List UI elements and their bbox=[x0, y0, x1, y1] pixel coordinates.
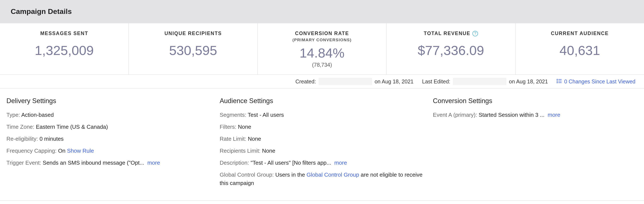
settings-section: Delivery Settings Type: Action-based Tim… bbox=[0, 88, 644, 201]
section-title: Delivery Settings bbox=[6, 97, 211, 105]
meta-created-label: Created: bbox=[296, 78, 316, 85]
stat-value: 530,595 bbox=[133, 43, 253, 58]
stat-unique-recipients: UNIQUE RECIPIENTS 530,595 bbox=[129, 23, 258, 74]
stat-label: TOTAL REVENUE bbox=[424, 30, 470, 36]
campaign-monitoring: Campaign Monitoring Be the first to know… bbox=[0, 201, 644, 204]
setting-segments: Segments: Test - All users bbox=[220, 111, 424, 119]
stat-current-audience: CURRENT AUDIENCE 40,631 bbox=[516, 23, 644, 74]
setting-rate-limit: Rate Limit: None bbox=[220, 135, 424, 143]
svg-point-0 bbox=[557, 79, 558, 80]
stat-sublabel: (PRIMARY CONVERSIONS) bbox=[262, 38, 382, 42]
more-link[interactable]: more bbox=[148, 160, 160, 166]
meta-created-value: on Aug 18, 2021 bbox=[375, 78, 414, 85]
global-control-group-link[interactable]: Global Control Group bbox=[306, 172, 359, 178]
stat-label: UNIQUE RECIPIENTS bbox=[133, 30, 253, 36]
section-title: Conversion Settings bbox=[433, 97, 638, 105]
redacted-value bbox=[453, 78, 506, 85]
stat-label: CURRENT AUDIENCE bbox=[520, 30, 640, 36]
stat-conversion-rate: CONVERSION RATE (PRIMARY CONVERSIONS) 14… bbox=[258, 23, 386, 74]
audience-settings: Audience Settings Segments: Test - All u… bbox=[220, 97, 424, 191]
help-icon[interactable]: ? bbox=[472, 31, 478, 36]
stat-total-revenue: TOTAL REVENUE ? $77,336.09 bbox=[386, 23, 516, 74]
stat-value: 40,631 bbox=[520, 43, 640, 58]
list-icon bbox=[556, 78, 562, 85]
setting-trigger-event: Trigger Event: Sends an SMS inbound mess… bbox=[6, 159, 211, 167]
conversion-settings: Conversion Settings Event A (primary): S… bbox=[433, 97, 638, 191]
stat-value: 1,325,009 bbox=[4, 43, 124, 58]
setting-global-control-group: Global Control Group: Users in the Globa… bbox=[220, 171, 424, 187]
setting-type: Type: Action-based bbox=[6, 111, 211, 119]
stats-row: MESSAGES SENT 1,325,009 UNIQUE RECIPIENT… bbox=[0, 23, 644, 75]
setting-description: Description: "Test - All users" [No filt… bbox=[220, 159, 424, 167]
section-title: Audience Settings bbox=[220, 97, 424, 105]
redacted-value bbox=[318, 78, 372, 85]
svg-point-2 bbox=[557, 80, 558, 81]
setting-frequency-capping: Frequency Capping: On Show Rule bbox=[6, 147, 211, 155]
stat-label: CONVERSION RATE bbox=[262, 30, 382, 36]
stat-value: $77,336.09 bbox=[391, 43, 511, 58]
changes-link[interactable]: 0 Changes Since Last Viewed bbox=[556, 78, 636, 85]
setting-reeligibility: Re-eligibility: 0 minutes bbox=[6, 135, 211, 143]
stat-subvalue: (78,734) bbox=[262, 62, 382, 68]
meta-edited: Last Edited: on Aug 18, 2021 bbox=[422, 78, 548, 85]
meta-row: Created: on Aug 18, 2021 Last Edited: on… bbox=[0, 75, 644, 88]
show-rule-link[interactable]: Show Rule bbox=[67, 148, 94, 154]
stat-messages-sent: MESSAGES SENT 1,325,009 bbox=[0, 23, 129, 74]
page-title: Campaign Details bbox=[11, 7, 633, 16]
stat-value: 14.84% bbox=[262, 45, 382, 60]
meta-edited-label: Last Edited: bbox=[422, 78, 450, 85]
setting-filters: Filters: None bbox=[220, 123, 424, 131]
setting-event-a: Event A (primary): Started Session withi… bbox=[433, 111, 638, 119]
more-link[interactable]: more bbox=[548, 112, 560, 118]
stat-label: MESSAGES SENT bbox=[4, 30, 124, 36]
meta-edited-value: on Aug 18, 2021 bbox=[509, 78, 548, 85]
setting-timezone: Time Zone: Eastern Time (US & Canada) bbox=[6, 123, 211, 131]
setting-recipients-limit: Recipients Limit: None bbox=[220, 147, 424, 155]
meta-created: Created: on Aug 18, 2021 bbox=[296, 78, 414, 85]
changes-text: 0 Changes Since Last Viewed bbox=[564, 78, 636, 85]
page-header: Campaign Details bbox=[0, 0, 644, 23]
svg-point-4 bbox=[557, 82, 558, 83]
delivery-settings: Delivery Settings Type: Action-based Tim… bbox=[6, 97, 211, 191]
more-link[interactable]: more bbox=[334, 160, 347, 166]
